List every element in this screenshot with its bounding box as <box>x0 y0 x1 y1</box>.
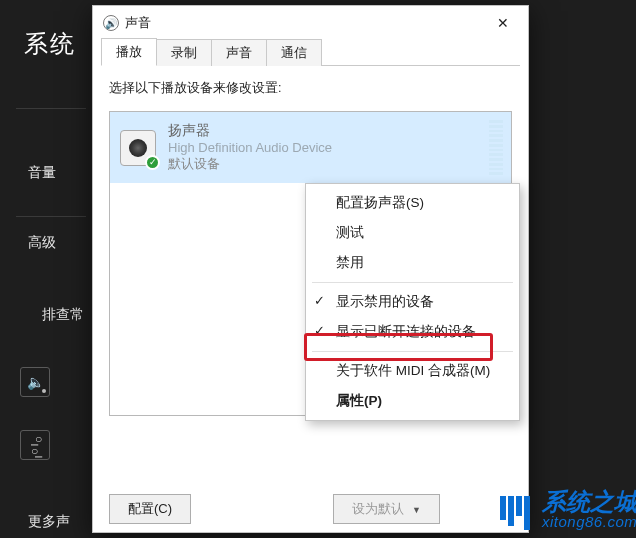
dot-icon <box>42 389 46 393</box>
titlebar: 🔊 声音 ✕ <box>93 6 528 40</box>
configure-button-label: 配置(C) <box>128 501 172 516</box>
dropdown-arrow-icon: ▼ <box>412 505 421 515</box>
menu-show-disconnected-label: 显示已断开连接的设备 <box>336 324 476 339</box>
tab-playback[interactable]: 播放 <box>101 38 157 66</box>
device-icon-wrap: ✓ <box>120 130 156 166</box>
set-default-button[interactable]: 设为默认 ▼ <box>333 494 440 524</box>
menu-configure-speakers[interactable]: 配置扬声器(S) <box>306 188 519 218</box>
configure-button[interactable]: 配置(C) <box>109 494 191 524</box>
speaker-cone-icon <box>129 139 147 157</box>
menu-show-disabled[interactable]: ✓ 显示禁用的设备 <box>306 287 519 317</box>
tabbar: 播放 录制 声音 通信 <box>101 40 520 66</box>
bg-separator <box>16 108 86 109</box>
default-check-icon: ✓ <box>145 155 160 170</box>
menu-test[interactable]: 测试 <box>306 218 519 248</box>
device-text: 扬声器 High Definition Audio Device 默认设备 <box>168 122 332 173</box>
tab-sounds[interactable]: 声音 <box>211 39 267 66</box>
level-meter <box>489 120 503 175</box>
mixer-icon[interactable]: ⎯○○⎯ <box>20 430 50 460</box>
menu-separator <box>312 351 513 352</box>
watermark-logo-icon <box>494 488 536 530</box>
sliders-icon: ⎯○○⎯ <box>31 433 39 457</box>
context-menu: 配置扬声器(S) 测试 禁用 ✓ 显示禁用的设备 ✓ 显示已断开连接的设备 关于… <box>305 183 520 421</box>
bg-advanced-label: 高级 <box>28 234 56 252</box>
device-row[interactable]: ✓ 扬声器 High Definition Audio Device 默认设备 <box>110 112 511 183</box>
tab-recording[interactable]: 录制 <box>156 39 212 66</box>
check-icon: ✓ <box>314 293 325 308</box>
dialog-title: 声音 <box>125 14 151 32</box>
speaker-icon: 🔈 <box>27 374 44 390</box>
devices-icon[interactable]: 🔈 <box>20 367 50 397</box>
watermark: 系统之城 xitong86.com <box>494 488 636 530</box>
menu-properties[interactable]: 属性(P) <box>306 386 519 416</box>
menu-disable[interactable]: 禁用 <box>306 248 519 278</box>
menu-show-disabled-label: 显示禁用的设备 <box>336 294 434 309</box>
hint-text: 选择以下播放设备来修改设置: <box>109 80 512 97</box>
bg-volume-label: 音量 <box>28 164 56 182</box>
sound-dialog-icon: 🔊 <box>103 15 119 31</box>
close-icon: ✕ <box>497 15 509 31</box>
watermark-text: 系统之城 xitong86.com <box>542 490 636 529</box>
watermark-site: xitong86.com <box>542 514 636 529</box>
device-desc: High Definition Audio Device <box>168 140 332 155</box>
device-status: 默认设备 <box>168 155 332 173</box>
bg-separator <box>16 216 86 217</box>
watermark-brand: 系统之城 <box>542 490 636 514</box>
menu-about-midi[interactable]: 关于软件 MIDI 合成器(M) <box>306 356 519 386</box>
set-default-label: 设为默认 <box>352 501 404 516</box>
menu-show-disconnected[interactable]: ✓ 显示已断开连接的设备 <box>306 317 519 347</box>
bg-title: 系统 <box>24 28 76 60</box>
bg-more-sound-label: 更多声 <box>28 513 70 531</box>
menu-separator <box>312 282 513 283</box>
bg-troubleshoot-label: 排查常 <box>42 306 84 324</box>
close-button[interactable]: ✕ <box>482 8 524 38</box>
check-icon: ✓ <box>314 323 325 338</box>
device-name: 扬声器 <box>168 122 332 140</box>
tab-communications[interactable]: 通信 <box>266 39 322 66</box>
bottom-button-row: 配置(C) <box>109 494 201 524</box>
